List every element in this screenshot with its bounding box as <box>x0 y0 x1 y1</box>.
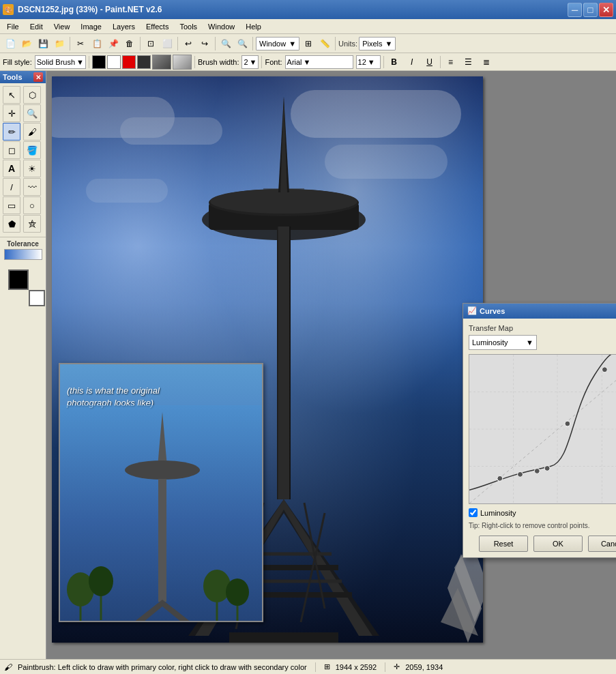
menu-layers[interactable]: Layers <box>107 21 141 32</box>
save-as-button[interactable]: 📁 <box>52 36 67 51</box>
tool-rectangle[interactable]: ▭ <box>3 196 20 214</box>
deselect-button[interactable]: ⊡ <box>143 36 158 51</box>
secondary-color[interactable] <box>29 290 45 306</box>
menu-window[interactable]: Window <box>203 21 240 32</box>
status-icon-3: ✛ <box>394 662 400 671</box>
main-canvas[interactable]: (this is what the original photograph lo… <box>52 76 483 643</box>
zoom-out-button[interactable]: 🔍 <box>218 36 233 51</box>
toolbar: 📄 📂 💾 📁 ✂ 📋 📌 🗑 ⊡ ⬜ ↩ ↪ 🔍 🔍 Window ▼ ⊞ 📏… <box>0 34 616 53</box>
grid-button[interactable]: ⊞ <box>301 36 316 51</box>
format-bar: Fill style: Solid Brush ▼ Brush width: 2… <box>0 53 616 71</box>
tool-recolor[interactable]: ☀ <box>23 160 41 177</box>
delete-button[interactable]: 🗑 <box>122 36 137 51</box>
tool-ellipse[interactable]: ○ <box>23 196 41 214</box>
svg-point-58 <box>602 367 607 372</box>
canvas-area[interactable]: (this is what the original photograph lo… <box>46 71 616 659</box>
primary-color-swatch[interactable] <box>8 269 29 290</box>
tolerance-section: Tolerance <box>0 237 46 264</box>
font-select[interactable]: Arial ▼ <box>285 55 353 69</box>
secondary-color-swatch[interactable] <box>107 55 121 69</box>
primary-color-swatch[interactable] <box>92 55 106 69</box>
original-photo-inset: (this is what the original photograph lo… <box>59 363 263 622</box>
tool-text[interactable]: A <box>3 160 20 177</box>
save-button[interactable]: 💾 <box>35 36 50 51</box>
luminosity-checkbox[interactable] <box>469 508 478 517</box>
svg-point-56 <box>544 466 550 471</box>
copy-button[interactable]: 📋 <box>89 36 104 51</box>
transfer-map-dropdown[interactable]: Luminosity ▼ <box>469 335 537 350</box>
tool-curve[interactable]: 〰 <box>23 178 41 196</box>
tools-panel-title: Tools <box>3 73 23 81</box>
curves-reset-button[interactable]: Reset <box>479 536 528 552</box>
curves-buttons: Reset OK Cancel <box>469 536 616 552</box>
menu-file[interactable]: File <box>1 21 25 32</box>
title-bar-left: 🎨 DSCN1252.jpg (33%) - Paint.NET v2.6 <box>3 4 162 15</box>
menu-bar: File Edit View Image Layers Effects Tool… <box>0 19 616 34</box>
undo-button[interactable]: ↩ <box>181 36 196 51</box>
secondary-color-swatch2[interactable] <box>122 55 136 69</box>
tool-pencil[interactable]: ✏ <box>3 123 20 141</box>
svg-point-44 <box>226 578 249 606</box>
menu-effects[interactable]: Effects <box>141 21 174 32</box>
maximize-button[interactable]: □ <box>583 3 598 17</box>
menu-help[interactable]: Help <box>240 21 267 32</box>
extra-swatch[interactable] <box>137 55 151 69</box>
menu-view[interactable]: View <box>48 21 76 32</box>
paste-button[interactable]: 📌 <box>106 36 121 51</box>
close-button[interactable]: ✕ <box>599 3 613 17</box>
bold-button[interactable]: B <box>387 55 402 70</box>
color-swatches <box>0 264 46 305</box>
tool-freeform[interactable]: ⛤ <box>23 215 41 233</box>
tool-zoom[interactable]: 🔍 <box>23 104 41 122</box>
redo-button[interactable]: ↪ <box>197 36 212 51</box>
status-icon: 🖌 <box>4 662 12 672</box>
tool-select[interactable]: ↖ <box>3 86 20 104</box>
select-all-button[interactable]: ⬜ <box>160 36 175 51</box>
app-icon: 🎨 <box>3 4 14 15</box>
menu-edit[interactable]: Edit <box>25 21 48 32</box>
units-label: Units: <box>338 40 357 48</box>
minimize-button[interactable]: ─ <box>568 3 582 17</box>
gradient-preview2 <box>173 55 192 70</box>
menu-tools[interactable]: Tools <box>174 21 203 32</box>
units-dropdown[interactable]: Pixels ▼ <box>359 37 396 50</box>
curves-icon: 📈 <box>467 306 477 316</box>
align-center-button[interactable]: ☰ <box>461 55 476 70</box>
main-area: Tools ✕ ↖ ⬡ ✛ 🔍 ✏ 🖌 ◻ 🪣 A ☀ / 〰 ▭ ○ ⬟ ⛤ … <box>0 71 616 659</box>
tool-shape[interactable]: ⬟ <box>3 215 20 233</box>
brush-width-select[interactable]: 2 ▼ <box>241 55 259 69</box>
title-controls[interactable]: ─ □ ✕ <box>568 3 613 17</box>
status-sep-2 <box>385 662 385 672</box>
tool-line[interactable]: / <box>3 178 20 196</box>
tool-move[interactable]: ✛ <box>3 104 20 122</box>
tool-fill[interactable]: 🪣 <box>23 141 41 159</box>
separator-5 <box>252 37 253 50</box>
new-button[interactable]: 📄 <box>3 36 18 51</box>
font-size-select[interactable]: 12 ▼ <box>356 55 381 69</box>
tool-lasso[interactable]: ⬡ <box>23 86 41 104</box>
menu-image[interactable]: Image <box>75 21 107 32</box>
underline-button[interactable]: U <box>422 55 437 70</box>
italic-button[interactable]: I <box>405 55 420 70</box>
align-left-button[interactable]: ≡ <box>443 55 458 70</box>
open-button[interactable]: 📂 <box>19 36 34 51</box>
svg-point-42 <box>203 570 231 602</box>
curves-ok-button[interactable]: OK <box>533 536 583 552</box>
tools-panel: Tools ✕ ↖ ⬡ ✛ 🔍 ✏ 🖌 ◻ 🪣 A ☀ / 〰 ▭ ○ ⬟ ⛤ … <box>0 71 46 659</box>
window-dropdown[interactable]: Window ▼ <box>256 37 299 50</box>
align-right-button[interactable]: ≣ <box>479 55 494 70</box>
curves-dialog-title: Curves <box>480 307 505 315</box>
curves-canvas[interactable] <box>469 354 616 504</box>
tools-close-button[interactable]: ✕ <box>33 72 43 82</box>
ruler-button[interactable]: 📏 <box>317 36 332 51</box>
svg-point-53 <box>497 475 503 481</box>
fill-style-select[interactable]: Solid Brush ▼ <box>35 55 86 69</box>
separator-2 <box>140 37 141 50</box>
original-photo-bg: (this is what the original photograph lo… <box>60 364 262 621</box>
tolerance-slider[interactable] <box>4 249 42 260</box>
tool-brush[interactable]: 🖌 <box>23 123 41 141</box>
cut-button[interactable]: ✂ <box>73 36 88 51</box>
tool-eraser[interactable]: ◻ <box>3 141 20 159</box>
zoom-in-button[interactable]: 🔍 <box>235 36 250 51</box>
curves-cancel-button[interactable]: Cancel <box>588 536 616 552</box>
